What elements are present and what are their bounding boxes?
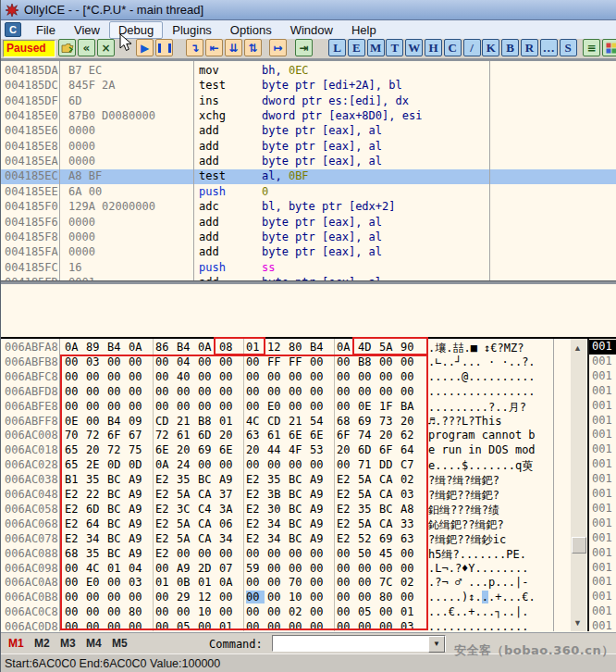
run-button[interactable]: ▶ — [136, 39, 154, 56]
stack-row[interactable]: 001 — [589, 384, 616, 399]
disasm-row[interactable]: 004185EA0000addbyte ptr [eax], al — [1, 155, 616, 169]
window-button-h[interactable]: H — [425, 39, 442, 56]
dump-address: 006AC0B8 — [5, 591, 58, 604]
disasm-row[interactable]: 004185E087B0 D0080000xchgdword ptr [eax+… — [1, 109, 616, 124]
scroll-down-icon[interactable]: ▼ — [573, 618, 582, 628]
step-over-button[interactable]: ⇤ — [205, 39, 223, 56]
stack-row[interactable]: 001 — [589, 442, 616, 457]
disasm-row[interactable]: 004185F0129A 02000000adcbl, byte ptr [ed… — [1, 200, 616, 215]
stack-row[interactable]: 001 — [589, 516, 616, 531]
stack-row[interactable]: 001 — [589, 369, 616, 384]
stack-row[interactable]: 001 — [589, 502, 616, 516]
restart-button[interactable]: « — [78, 39, 95, 56]
disasm-row[interactable]: 004185F60000addbyte ptr [eax], al — [1, 216, 616, 230]
stack-row[interactable]: 001 — [589, 457, 616, 472]
disasm-row[interactable]: 004185E80000addbyte ptr [eax], al — [1, 140, 616, 155]
stack-row[interactable]: 001 — [589, 340, 616, 355]
disasm-row[interactable]: 004185DAB7 ECmovbh, 0EC — [1, 64, 616, 79]
dump-ascii: e run in DOS mod — [428, 443, 552, 456]
tab-m4[interactable]: M4 — [86, 637, 102, 650]
ascii-post: .+...€. — [488, 591, 536, 604]
disasm-address: 004185DC — [5, 79, 58, 92]
log-options-button[interactable]: ≡ — [583, 39, 600, 56]
window-button-k[interactable]: K — [482, 39, 499, 56]
ascii-pre: .....)↕. — [428, 591, 482, 604]
stack-row[interactable]: 001 — [589, 414, 616, 429]
window-button-breakpoints[interactable]: … — [540, 39, 558, 56]
dump-column-separator — [553, 339, 554, 631]
tab-m2[interactable]: M2 — [34, 637, 50, 650]
disasm-mnemonic: add — [199, 124, 219, 137]
dump-address: 006AC028 — [5, 458, 58, 471]
mdi-child-icon[interactable]: C — [5, 22, 21, 37]
tab-m3[interactable]: M3 — [60, 637, 76, 650]
menu-bar: C FileViewDebugPluginsOptionsWindowHelp — [1, 20, 616, 40]
menu-item-options[interactable]: Options — [221, 21, 281, 39]
stack-row[interactable]: 001 — [589, 355, 616, 369]
stack-row[interactable]: 001 — [589, 399, 616, 414]
appearance-button[interactable] — [602, 39, 616, 56]
stack-row[interactable]: 001 — [589, 472, 616, 487]
stack-row[interactable]: 001 — [589, 604, 616, 619]
open-file-button[interactable] — [58, 39, 76, 56]
disasm-address: 004185F8 — [5, 230, 58, 243]
window-button-l[interactable]: L — [328, 39, 346, 56]
disassembly-pane[interactable]: 004185DAB7 ECmovbh, 0EC004185DC845F 2Ate… — [1, 60, 616, 281]
stack-row[interactable]: 001 — [589, 590, 616, 604]
menu-item-help[interactable]: Help — [342, 21, 386, 39]
disasm-row[interactable]: 004185DC845F 2Atestbyte ptr [edi+2A], bl — [1, 79, 616, 93]
disasm-row[interactable]: 004185F80000addbyte ptr [eax], al — [1, 230, 616, 245]
disasm-row[interactable]: 004185E60000addbyte ptr [eax], al — [1, 124, 616, 139]
scroll-up-icon[interactable]: ▲ — [573, 343, 582, 353]
disasm-row[interactable]: 004185FC16pushss — [1, 261, 616, 276]
window-button-w[interactable]: W — [405, 39, 423, 56]
operand-segment: al, — [262, 169, 289, 182]
window-button-c[interactable]: C — [444, 39, 462, 56]
stack-row[interactable]: 001 — [589, 531, 616, 546]
disasm-row[interactable]: 004185ECA8 BFtestal, 0BF — [1, 169, 616, 184]
tab-m5[interactable]: M5 — [112, 637, 128, 650]
disasm-row[interactable]: 004185FA0000addbyte ptr [eax], al — [1, 245, 616, 260]
window-button-m[interactable]: M — [367, 39, 385, 56]
stack-row[interactable]: 001 — [589, 575, 616, 590]
stack-row[interactable]: 001 — [589, 487, 616, 502]
animate-into-button[interactable]: ⇊ — [225, 39, 242, 56]
go-to-button[interactable]: ⇥ — [295, 39, 313, 56]
pause-button[interactable] — [155, 39, 173, 56]
command-combobox[interactable]: ▼ — [272, 635, 446, 652]
scrollbar-thumb[interactable] — [572, 537, 586, 554]
close-program-button[interactable]: × — [97, 39, 115, 56]
window-button-t[interactable]: T — [386, 39, 403, 56]
animate-over-button[interactable]: ⇅ — [244, 39, 262, 56]
dump-scrollbar[interactable]: ▲▼ — [571, 339, 586, 631]
menu-item-view[interactable]: View — [65, 21, 109, 39]
menu-item-file[interactable]: File — [27, 21, 65, 39]
run-to-return-icon: ↦ — [273, 42, 282, 55]
disasm-bytes: 0000 — [68, 124, 95, 137]
disasm-mnemonic: xchg — [199, 109, 226, 122]
disasm-mnemonic: add — [199, 230, 219, 243]
tab-m1[interactable]: M1 — [8, 637, 24, 650]
stack-row[interactable]: 001 — [589, 619, 616, 631]
window-button-b[interactable]: B — [501, 39, 519, 56]
stack-row[interactable]: 001 — [589, 546, 616, 561]
menu-item-plugins[interactable]: Plugins — [163, 21, 221, 39]
menu-item-debug[interactable]: Debug — [109, 21, 163, 39]
combo-dropdown-button[interactable]: ▼ — [428, 636, 445, 653]
execute-till-return-button[interactable]: ↦ — [269, 39, 287, 56]
window-button-r[interactable]: R — [521, 39, 538, 56]
command-input[interactable] — [274, 637, 431, 652]
window-button-s[interactable]: S — [560, 39, 577, 56]
disasm-operands: dword ptr [eax+8D0], esi — [262, 109, 422, 122]
disasm-row[interactable]: 004185DF6Dinsdword ptr es:[edi], dx — [1, 94, 616, 109]
stack-row[interactable]: 001 — [589, 428, 616, 442]
disasm-row[interactable]: 004185EE6A 00push0 — [1, 185, 616, 200]
menu-item-window[interactable]: Window — [281, 21, 342, 39]
window-button-e[interactable]: E — [348, 39, 365, 56]
stack-pane[interactable]: 0010010010010010010010010010010010010010… — [587, 339, 616, 631]
stack-row[interactable]: 001 — [589, 561, 616, 576]
dump-row[interactable]: 006ABFA80A89B40A86B40A08011280B40A4D5A90… — [1, 341, 587, 355]
window-button-slash[interactable]: / — [463, 39, 481, 56]
step-into-button[interactable]: ↴ — [186, 39, 203, 56]
dump-ascii: 鈊缉鈀??缉鈀? — [428, 517, 552, 533]
